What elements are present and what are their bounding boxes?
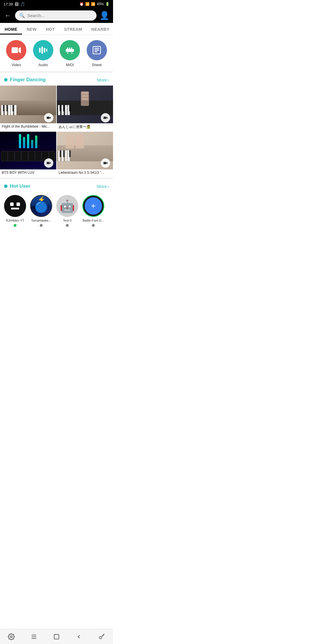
midi-icon xyxy=(60,40,80,60)
user-avatar-3: + xyxy=(82,195,104,217)
audio-label: Audio xyxy=(38,63,48,67)
header: ← 🔍 👤 xyxy=(0,8,113,23)
hot-user-title[interactable]: Hot User xyxy=(10,183,30,189)
hot-user-title-wrap: Hot User xyxy=(4,183,30,189)
user-item-2[interactable]: 🤖 Test 0 xyxy=(56,195,78,227)
tab-stream[interactable]: STREAM xyxy=(59,23,87,35)
svg-marker-21 xyxy=(50,162,51,164)
category-video[interactable]: Video xyxy=(6,40,26,67)
video-title-1: あんじゅに便乗〜🧟 xyxy=(57,123,113,131)
video-icon xyxy=(6,40,26,60)
search-icon: 🔍 xyxy=(19,13,25,18)
user-name-0: RJH4den YT xyxy=(6,219,24,222)
svg-rect-7 xyxy=(67,48,68,50)
svg-rect-0 xyxy=(12,47,18,53)
sheet-label: Sheet xyxy=(92,63,102,67)
user-avatar-2: 🤖 xyxy=(56,195,78,217)
finger-dancing-title[interactable]: Finger Dancing xyxy=(10,77,46,83)
audio-icon xyxy=(33,40,53,60)
robot-eye-right xyxy=(17,202,20,206)
robot-eye-left xyxy=(10,202,14,206)
finger-dancing-title-wrap: Finger Dancing xyxy=(4,77,46,83)
user-online-dot-3 xyxy=(92,224,95,227)
user-name-2: Test 0 xyxy=(63,219,71,222)
user-avatar-1: 🔵 ⚡ xyxy=(30,195,52,217)
user-item-0[interactable]: RJH4den YT xyxy=(4,195,26,227)
finger-dancing-dot xyxy=(4,78,8,82)
search-input[interactable] xyxy=(27,13,92,18)
svg-marker-1 xyxy=(19,47,21,53)
cam-icon-1 xyxy=(101,113,110,122)
finger-dancing-more[interactable]: More › xyxy=(97,77,109,82)
hot-user-more[interactable]: More › xyxy=(97,184,109,189)
svg-rect-18 xyxy=(103,117,106,119)
hot-user-section: Hot User More › RJH4den YT xyxy=(0,179,113,233)
hot-user-header: Hot User More › xyxy=(0,179,113,192)
svg-marker-23 xyxy=(107,162,108,164)
svg-rect-15 xyxy=(94,51,97,52)
cam-icon-2 xyxy=(44,158,53,168)
battery-icon: 🔋 xyxy=(105,2,110,6)
category-midi[interactable]: MIDI xyxy=(60,40,80,67)
svg-marker-19 xyxy=(107,117,108,119)
svg-rect-20 xyxy=(47,162,50,164)
svg-rect-16 xyxy=(47,117,50,119)
plus-button: + xyxy=(85,197,102,215)
cam-icon-3 xyxy=(101,158,110,168)
category-sheet[interactable]: Sheet xyxy=(87,40,107,67)
svg-marker-17 xyxy=(50,117,51,119)
svg-rect-5 xyxy=(46,49,47,52)
status-time: 17:39 xyxy=(3,2,13,6)
user-item-1[interactable]: 🔵 ⚡ TomaHawke... xyxy=(30,195,52,227)
svg-rect-8 xyxy=(69,48,70,50)
user-online-dot-2 xyxy=(66,224,69,227)
tab-new[interactable]: NEW xyxy=(22,23,41,35)
profile-button[interactable]: 👤 xyxy=(99,11,110,20)
video-item-3[interactable]: Liebestraum No.3 S.541/3 "... xyxy=(57,132,113,176)
status-right: ⏰ 📶 📶 45% 🔋 xyxy=(79,2,110,6)
svg-rect-13 xyxy=(94,48,99,49)
video-label: Video xyxy=(12,63,21,67)
video-title-2: BTS BOY WITH LUV xyxy=(0,169,56,176)
video-item-2[interactable]: BTS BOY WITH LUV xyxy=(0,132,56,176)
video-title-0: Flight of the Bumblebee - Mic... xyxy=(0,123,56,130)
midi-label: MIDI xyxy=(66,63,74,67)
tab-hot[interactable]: HOT xyxy=(41,23,59,35)
svg-rect-9 xyxy=(71,48,72,50)
user-list: RJH4den YT 🔵 ⚡ TomaHawke... 🤖 Test 0 xyxy=(0,192,113,233)
finger-dancing-more-label: More xyxy=(97,77,107,82)
tab-nearby[interactable]: NEARBY xyxy=(87,23,113,35)
alarm-icon: ⏰ xyxy=(79,2,84,6)
hot-user-dot xyxy=(4,184,8,188)
hot-user-more-label: More xyxy=(97,184,107,189)
status-left: 17:39 🖼 🎵 xyxy=(3,2,25,6)
user-online-dot-1 xyxy=(40,224,43,227)
tab-home[interactable]: HOME xyxy=(0,23,22,35)
svg-rect-3 xyxy=(41,47,43,54)
video-item-0[interactable]: Flight of the Bumblebee - Mic... xyxy=(0,86,56,131)
video-title-3: Liebestraum No.3 S.541/3 "... xyxy=(57,169,113,176)
svg-rect-22 xyxy=(103,162,106,164)
category-audio[interactable]: Audio xyxy=(33,40,53,67)
categories: Video Audio MIDI xyxy=(0,35,113,73)
video-grid: Flight of the Bumblebee - Mic... xyxy=(0,86,113,179)
cam-icon-0 xyxy=(44,113,53,122)
search-bar[interactable]: 🔍 xyxy=(15,10,97,21)
nav-tabs: HOME NEW HOT STREAM NEARBY xyxy=(0,23,113,35)
sheet-icon xyxy=(87,40,107,60)
svg-point-10 xyxy=(67,53,68,54)
user-name-1: TomaHawke... xyxy=(31,219,51,222)
video-item-1[interactable]: あんじゅに便乗〜🧟 xyxy=(57,86,113,131)
back-button[interactable]: ← xyxy=(3,11,12,21)
chevron-right-icon: › xyxy=(108,77,109,82)
battery-pct: 45% xyxy=(97,2,104,6)
svg-rect-14 xyxy=(94,50,99,50)
user-avatar-0 xyxy=(4,195,26,217)
user-name-3: Battle-Font G... xyxy=(83,219,104,222)
robot-mouth xyxy=(11,208,19,209)
signal-icon: 📶 xyxy=(91,2,95,6)
gallery-icon: 🖼 xyxy=(15,2,19,6)
user-item-3[interactable]: + Battle-Font G... xyxy=(82,195,104,227)
chevron-right-icon-2: › xyxy=(108,184,109,189)
wifi-icon: 📶 xyxy=(85,2,90,6)
